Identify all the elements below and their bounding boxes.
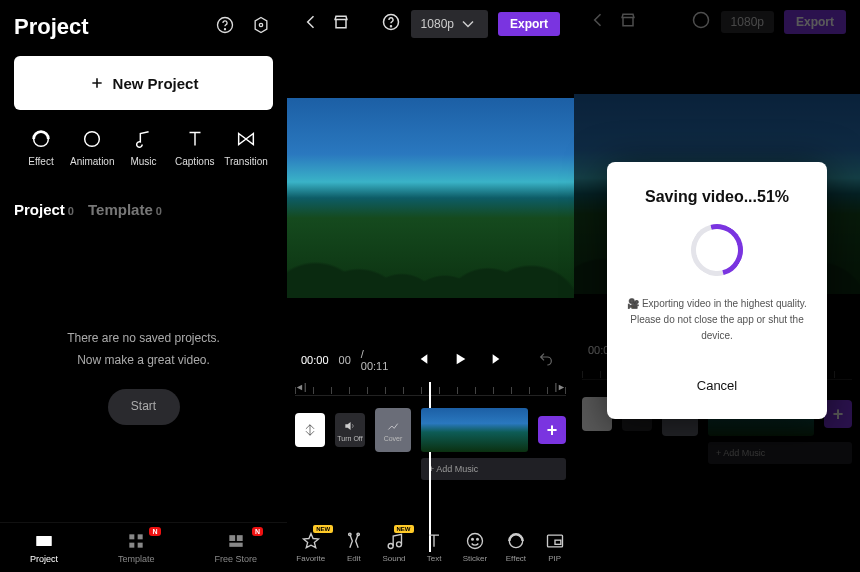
new-project-button[interactable]: New Project (14, 56, 273, 110)
tool-label: Transition (224, 156, 268, 167)
svg-rect-10 (130, 543, 135, 548)
svg-rect-14 (229, 543, 242, 547)
etool-sticker[interactable]: Sticker (463, 531, 487, 563)
help-icon[interactable] (215, 15, 235, 39)
etool-label: Sound (382, 554, 405, 563)
svg-rect-9 (138, 534, 143, 539)
badge-new: N (149, 527, 160, 536)
saving-description: 🎥 Exporting video in the highest quality… (627, 296, 807, 344)
project-header: Project (0, 0, 287, 50)
prev-button[interactable] (408, 351, 436, 369)
tool-label: Music (130, 156, 156, 167)
video-clip[interactable] (421, 408, 528, 452)
quick-tools-row: Effect Animation Music Captions Transiti… (0, 110, 287, 177)
tab-label: Project (14, 201, 65, 218)
etool-label: Edit (347, 554, 361, 563)
tool-transition[interactable]: Transition (223, 128, 269, 167)
add-clip-button[interactable]: + (538, 416, 566, 444)
etool-label: Text (427, 554, 442, 563)
svg-point-20 (396, 542, 401, 547)
undo-button[interactable] (532, 351, 560, 369)
etool-text[interactable]: Text (424, 531, 444, 563)
svg-point-19 (388, 544, 393, 549)
badge-new: N (252, 527, 263, 536)
new-project-label: New Project (113, 75, 199, 92)
page-title: Project (14, 14, 89, 40)
cover-button[interactable]: Cover (375, 408, 411, 452)
play-button[interactable] (446, 351, 474, 369)
add-music-label: + Add Music (429, 464, 478, 474)
nav-project[interactable]: Project (30, 531, 58, 564)
start-button[interactable]: Start (108, 389, 180, 425)
cancel-button[interactable]: Cancel (627, 372, 807, 399)
mute-button[interactable]: Turn Off (335, 413, 365, 447)
svg-point-17 (348, 533, 351, 536)
etool-sound[interactable]: NEW Sound (382, 531, 405, 563)
time-total: / 00:11 (361, 348, 389, 372)
tool-animation[interactable]: Animation (69, 128, 115, 167)
etool-label: Favorite (296, 554, 325, 563)
etool-favorite[interactable]: NEW Favorite (296, 531, 325, 563)
playback-bar: 00:0000 / 00:11 (287, 338, 574, 382)
progress-spinner (681, 214, 752, 285)
editor-top-bar: 1080p Export (287, 0, 574, 48)
empty-line-2: Now make a great video. (0, 350, 287, 372)
empty-line-1: There are no saved projects. (0, 328, 287, 350)
svg-point-4 (85, 132, 100, 147)
svg-point-27 (693, 13, 708, 28)
time-current: 00:00 (301, 354, 329, 366)
badge-new: NEW (394, 525, 414, 533)
resolution-select[interactable]: 1080p (411, 10, 488, 38)
tab-label: Template (88, 201, 153, 218)
tool-music[interactable]: Music (121, 128, 167, 167)
etool-pip[interactable]: PIP (545, 531, 565, 563)
video-preview[interactable] (287, 98, 574, 298)
video-track: Turn Off Cover + (295, 408, 566, 452)
tab-project[interactable]: Project0 (14, 201, 74, 218)
chevron-down-icon (458, 14, 478, 34)
nav-template[interactable]: N Template (118, 531, 155, 564)
tool-captions[interactable]: Captions (172, 128, 218, 167)
tab-template[interactable]: Template0 (88, 201, 162, 218)
resolution-value: 1080p (421, 17, 454, 31)
tool-label: Captions (175, 156, 214, 167)
svg-point-16 (390, 26, 391, 27)
tool-label: Effect (28, 156, 53, 167)
help-icon[interactable] (381, 12, 401, 36)
etool-label: Effect (506, 554, 526, 563)
etool-effect[interactable]: Effect (506, 531, 526, 563)
svg-point-1 (225, 29, 226, 30)
svg-rect-26 (555, 540, 561, 544)
svg-point-18 (357, 533, 360, 536)
svg-point-2 (259, 23, 262, 26)
svg-rect-11 (138, 543, 143, 548)
export-button[interactable]: Export (498, 12, 560, 36)
svg-rect-12 (229, 535, 235, 541)
track-btn-label: Cover (384, 435, 403, 442)
time-frac: 00 (339, 354, 351, 366)
settings-icon[interactable] (251, 15, 271, 39)
etool-edit[interactable]: Edit (344, 531, 364, 563)
editor-pane: 1080p Export 00:0000 / 00:11 ◄||► Turn O… (287, 0, 574, 572)
tab-count: 0 (68, 205, 74, 217)
timeline[interactable]: ◄||► Turn Off Cover + + Add Music (287, 382, 574, 492)
add-music-track[interactable]: + Add Music (421, 458, 566, 480)
bottom-nav: Project N Template N Free Store (0, 522, 287, 572)
svg-rect-13 (237, 535, 243, 541)
svg-rect-6 (36, 536, 39, 546)
nav-label: Template (118, 554, 155, 564)
tool-effect[interactable]: Effect (18, 128, 64, 167)
etool-label: Sticker (463, 554, 487, 563)
saving-title: Saving video...51% (627, 188, 807, 206)
svg-rect-7 (49, 536, 52, 546)
nav-label: Project (30, 554, 58, 564)
nav-label: Free Store (214, 554, 257, 564)
reorder-button[interactable] (295, 413, 325, 447)
editor-tools-bar: NEW Favorite Edit NEW Sound Text Sticker… (287, 522, 574, 572)
svg-rect-8 (130, 534, 135, 539)
nav-free-store[interactable]: N Free Store (214, 531, 257, 564)
store-icon[interactable] (331, 12, 351, 36)
next-button[interactable] (484, 351, 512, 369)
tab-count: 0 (156, 205, 162, 217)
back-icon[interactable] (301, 12, 321, 36)
